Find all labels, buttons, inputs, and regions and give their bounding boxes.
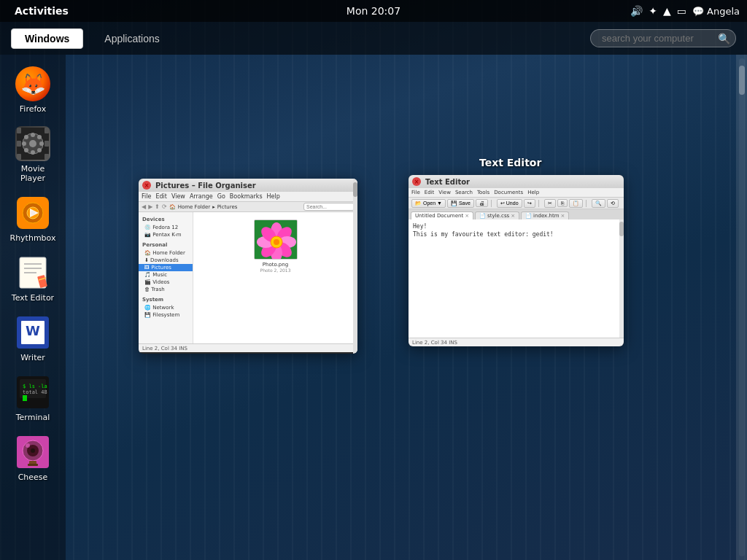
battery-icon[interactable]: ▭ — [677, 5, 686, 17]
fo-location-home[interactable]: Home Folder — [178, 204, 211, 210]
te-print-button[interactable]: 🖨 — [476, 199, 488, 207]
te-menu-view[interactable]: View — [438, 190, 451, 195]
windows-tab[interactable]: Windows — [11, 28, 83, 49]
fo-photo-filename: Photo.png — [263, 262, 288, 268]
fo-personal-home[interactable]: 🏠 Home Folder — [139, 249, 193, 257]
svg-point-39 — [31, 448, 35, 453]
fo-personal-pictures[interactable]: 🖼 Pictures — [139, 264, 193, 271]
te-open-button[interactable]: 📂 Open ▼ — [411, 199, 446, 208]
te-tab-css[interactable]: 📄 style.css × — [475, 211, 519, 219]
firefox-icon: 🦊 — [15, 66, 50, 101]
te-redo-button[interactable]: ↪ — [524, 199, 535, 208]
file-organiser-titlebar: × Pictures – File Organiser — [139, 179, 357, 192]
fo-location-pictures[interactable]: Pictures — [217, 204, 238, 210]
fo-personal-trash[interactable]: 🗑 Trash — [139, 286, 193, 293]
te-menu-help[interactable]: Help — [527, 190, 539, 195]
search-input[interactable] — [590, 29, 736, 47]
te-menu-tools[interactable]: Tools — [477, 190, 489, 195]
sidebar-item-label-rhythmbox: Rhythmbox — [9, 233, 55, 243]
sidebar-item-writer[interactable]: W Writer — [3, 311, 63, 367]
fo-scrollbar[interactable] — [353, 179, 357, 354]
te-tab-html[interactable]: 📄 index.htm × — [521, 211, 569, 219]
te-paste-button[interactable]: 📋 — [569, 199, 583, 208]
svg-text:W: W — [26, 323, 40, 338]
te-menu-documents[interactable]: Documents — [494, 190, 523, 195]
scroll-thumb[interactable] — [739, 66, 745, 95]
fo-devices-label: Devices — [139, 215, 193, 224]
fo-menu-view[interactable]: View — [171, 193, 185, 200]
text-editor-content[interactable]: Hey! This is my favourite text editor: g… — [409, 219, 624, 338]
te-tab-untitled-close[interactable]: × — [465, 213, 469, 219]
fo-menu-go[interactable]: Go — [217, 193, 225, 200]
svg-point-40 — [26, 443, 30, 448]
topbar-right-icons: 🔊 ✦ ▲ ▭ 💬 Angela — [630, 5, 740, 17]
fo-search-input[interactable] — [303, 203, 355, 211]
sidebar-item-text-editor[interactable]: Text Editor — [3, 251, 63, 307]
te-save-button[interactable]: 💾 Save — [447, 199, 474, 208]
sidebar-item-terminal[interactable]: $ ls -la total 48 Terminal — [3, 370, 63, 427]
sidebar-item-cheese[interactable]: Cheese — [3, 430, 63, 486]
fo-menu-bookmarks[interactable]: Bookmarks — [230, 193, 263, 200]
fo-statusbar: Line 2, Col 34 INS — [139, 343, 357, 352]
te-menu-search[interactable]: Search — [455, 190, 473, 195]
writer-icon: W — [15, 315, 50, 350]
activities-button[interactable]: Activities — [7, 5, 76, 17]
fo-device-pentax[interactable]: 📷 Pentax K-m — [139, 231, 193, 238]
text-editor-close-button[interactable]: × — [412, 177, 421, 186]
search-icon[interactable]: 🔍 — [718, 33, 730, 44]
te-tab-untitled[interactable]: Untitled Document × — [411, 211, 473, 219]
user-menu[interactable]: 💬 Angela — [692, 6, 740, 17]
te-tab-html-close[interactable]: × — [560, 213, 565, 219]
fo-photo-thumbnail[interactable] — [254, 219, 298, 260]
fo-scroll-thumb[interactable] — [353, 182, 357, 197]
sidebar-item-movie-player[interactable]: Movie Player — [3, 122, 63, 187]
te-scrollbar[interactable] — [619, 219, 624, 338]
te-tab-css-icon: 📄 — [479, 213, 486, 219]
te-undo-button[interactable]: ↩ Undo — [497, 199, 522, 208]
te-tab-css-close[interactable]: × — [511, 213, 515, 219]
sidebar-item-rhythmbox[interactable]: Rhythmbox — [3, 191, 63, 247]
te-status-text: Line 2, Col 34 INS — [412, 340, 457, 346]
applications-tab[interactable]: Applications — [90, 28, 174, 49]
fo-personal-music[interactable]: 🎵 Music — [139, 271, 193, 279]
te-menu-file[interactable]: File — [411, 190, 420, 195]
te-line-1: Hey! — [413, 222, 619, 230]
right-scrollbar[interactable] — [736, 55, 747, 560]
sidebar-item-label-firefox: Firefox — [20, 104, 46, 114]
fo-back-icon[interactable]: ⟳ — [162, 203, 167, 210]
scroll-track — [739, 58, 745, 556]
te-tab-css-label: style.css — [487, 213, 509, 219]
fo-menu-file[interactable]: File — [142, 193, 151, 200]
bluetooth-icon[interactable]: ✦ — [649, 5, 657, 17]
svg-rect-11 — [17, 128, 21, 133]
te-copy-button[interactable]: ⎘ — [557, 199, 568, 207]
file-organiser-close-button[interactable]: × — [142, 181, 151, 190]
fo-personal-videos[interactable]: 🎬 Videos — [139, 279, 193, 286]
te-cut-button[interactable]: ✂ — [544, 199, 556, 208]
svg-rect-16 — [44, 141, 49, 147]
file-organiser-title: Pictures – File Organiser — [155, 182, 256, 190]
fo-personal-downloads[interactable]: ⬇ Downloads — [139, 257, 193, 264]
topbar: Activities Mon 20:07 🔊 ✦ ▲ ▭ 💬 Angela — [0, 0, 747, 22]
fo-system-filesystem[interactable]: 💾 Filesystem — [139, 311, 193, 319]
te-find-button[interactable]: 🔍 — [592, 199, 605, 208]
cheese-icon — [15, 435, 50, 470]
te-scroll-thumb[interactable] — [619, 222, 624, 236]
file-organiser-window[interactable]: × Pictures – File Organiser File Edit Vi… — [139, 179, 357, 354]
sound-icon[interactable]: 🔊 — [630, 5, 643, 17]
svg-text:total 48: total 48 — [23, 389, 47, 395]
fo-device-fedora[interactable]: 💿 Fedora 12 — [139, 224, 193, 231]
svg-point-10 — [37, 148, 42, 152]
svg-rect-13 — [17, 154, 21, 160]
sidebar-item-firefox[interactable]: 🦊 Firefox — [3, 62, 63, 118]
text-editor-menubar: File Edit View Search Tools Documents He… — [409, 188, 624, 198]
fo-menu-help[interactable]: Help — [267, 193, 280, 200]
te-menu-edit[interactable]: Edit — [425, 190, 435, 195]
fo-menu-arrange[interactable]: Arrange — [190, 193, 213, 200]
wifi-icon[interactable]: ▲ — [663, 5, 671, 17]
te-replace-button[interactable]: ⟲ — [607, 199, 619, 208]
text-editor-window[interactable]: × Text Editor File Edit View Search Tool… — [409, 175, 624, 346]
movie-player-icon — [15, 126, 50, 161]
fo-system-network[interactable]: 🌐 Network — [139, 304, 193, 311]
fo-menu-edit[interactable]: Edit — [155, 193, 167, 200]
